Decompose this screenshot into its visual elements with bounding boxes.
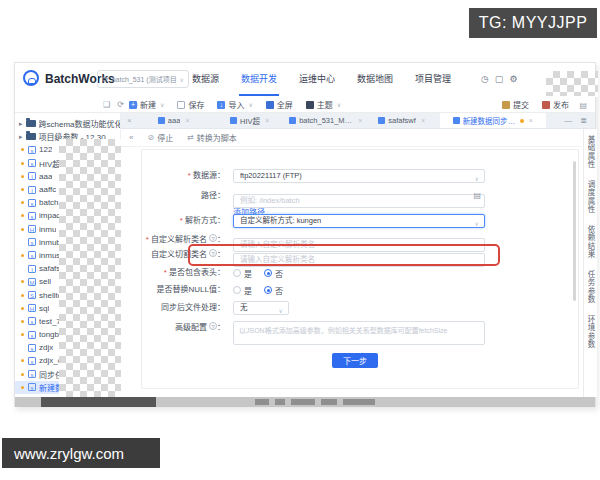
tree-item-label: zdjx [39,343,53,352]
radio-no[interactable]: 否 [264,268,283,279]
right-panel-tab[interactable]: 基础属性 [585,135,596,169]
right-panel-tab[interactable]: 依赖结果 [585,225,596,259]
toolbar-button[interactable]: 全屏 [266,99,293,110]
page-canvas: TG: MYYJJPP www.zrylgw.com BatchWorks ⟳ … [0,0,600,480]
file-type-icon: H [28,225,36,233]
folder-icon [26,120,36,127]
convert-script-button[interactable]: ⇄ 转换为脚本 [187,132,237,143]
modified-dot-icon [21,254,24,257]
minimize-icon[interactable]: — [564,116,572,125]
tab-list-icon[interactable]: ≣ [580,116,587,125]
tree-item[interactable]: ▸ 跨schema数据功能优化 [15,117,120,130]
help-icon[interactable]: ? [209,322,217,330]
stop-label: 停止 [157,132,173,143]
refresh-icon[interactable]: ⟳ [117,100,124,109]
tree-item-label: sell [39,277,51,286]
modified-dot-icon [21,294,24,297]
clock-icon[interactable]: ◷ [481,72,489,86]
toolbar-button[interactable]: 保存 [177,99,204,110]
convert-icon: ⇄ [187,133,194,142]
right-panel-tab[interactable]: 任务参数 [585,270,596,304]
post-file-select[interactable]: 无 ∨ [233,301,289,315]
split-class-input[interactable] [233,253,485,267]
toolbar-button[interactable]: 发布 [542,99,569,110]
toolbar-button[interactable]: 新建 [129,99,164,110]
right-panel-tab[interactable]: 环境参数 [585,315,596,349]
modified-dot-icon [21,386,24,389]
button-icon [542,101,550,109]
datasource-select[interactable]: ftp20221117 (FTP) ∨ [233,169,485,183]
task-icon [289,117,296,124]
package-icon[interactable]: ▢ [495,72,504,86]
tab-label: batch_531_MYS... [299,116,353,125]
select-value: ftp20221117 (FTP) [240,170,302,182]
right-panel-tab[interactable]: 调度属性 [585,180,596,214]
collapse-panel-icon[interactable]: « [129,133,133,142]
toolbar-button[interactable]: 提交 [502,99,529,110]
file-type-icon: s [28,199,36,207]
parse-mode-select[interactable]: 自定义解析方式: kungen ∨ [233,214,485,228]
toolbar-button[interactable]: 主题 [306,99,341,110]
tab-label: safafswf [388,116,416,125]
field-label: 是否包含表头 [121,266,225,280]
os-taskbar [15,397,595,407]
radio-icon [233,286,241,294]
stop-button[interactable]: ⊘ 停止 [147,132,173,143]
file-type-icon: I [28,186,36,194]
nav-item[interactable]: 运维中心 [288,63,346,96]
editor-tab[interactable]: aaa × [136,113,212,128]
close-icon[interactable]: × [121,116,136,125]
field-label: 是否替换NULL值 [121,283,225,297]
editor-tab[interactable]: batch_531_MYS... × [288,113,364,128]
nav-item[interactable]: 数据地图 [346,63,404,96]
chevron-down-icon: ∨ [279,305,283,317]
file-type-icon: s [28,251,36,259]
toolbar-button[interactable]: 导入 [217,99,252,110]
file-type-icon: s [28,212,36,220]
help-icon[interactable]: ? [209,249,217,257]
gear-icon[interactable]: ⚙ [509,72,517,86]
watermark-top: TG: MYYJJPP [469,8,597,38]
radio-no[interactable]: 否 [264,285,283,296]
close-tab-icon[interactable]: × [358,117,362,124]
panel-icon[interactable]: ❏ [103,100,110,109]
task-icon [230,117,237,124]
button-icon [177,101,185,109]
project-selector[interactable]: ⟳ batch_531 (测试项目) ∨ [97,70,189,88]
file-type-icon: s [28,331,36,339]
button-icon [266,101,274,109]
nav-item[interactable]: 数据开发 [230,63,288,96]
advanced-config-textarea[interactable] [233,321,485,345]
close-tab-icon[interactable]: × [421,117,425,124]
field-path: 路径 ▤ [121,189,583,203]
taskbar-window-block [41,397,156,407]
taskbar-icon [275,399,285,405]
tabbar-right-icons: —≣ [564,116,595,125]
vtab-label: 基础属性 [586,135,595,169]
ops-list-icon[interactable]: ▤ [579,101,587,110]
help-icon[interactable]: ? [209,234,217,242]
editor-tab[interactable]: 新建数据同步任务 × [440,113,546,128]
header-icons: ◷▢⚙ [481,72,517,86]
right-panel-tabs: 基础属性 调度属性 依赖结果 任务参数 环境参数 [583,129,597,397]
next-step-button[interactable]: 下一步 [332,353,378,368]
editor-tab[interactable]: HIV超 × [212,113,288,128]
chevron-down-icon: ∨ [475,173,479,185]
field-replace-null: 是否替换NULL值 是 否 [121,283,583,297]
folder-browse-icon[interactable]: ▤ [473,191,481,200]
file-type-icon: M [28,278,36,286]
nav-item[interactable]: 数据源 [181,63,230,96]
editor-tab[interactable]: safafswf × [364,113,440,128]
scrollbar[interactable] [573,161,576,301]
path-input[interactable] [233,194,485,208]
editor-panel: 数据源 ftp20221117 (FTP) ∨ 路径 ▤ 添加路径 解析方式 自… [121,147,583,397]
batchworks-window: BatchWorks ⟳ batch_531 (测试项目) ∨ 数据源 数据开发 [14,62,596,407]
modified-dot-icon [21,307,24,310]
radio-yes[interactable]: 是 [233,285,252,296]
close-tab-icon[interactable]: × [265,117,269,124]
replace-null-radio-group: 是 否 [233,283,485,297]
radio-yes[interactable]: 是 [233,268,252,279]
close-tab-icon[interactable]: × [529,117,533,124]
nav-item[interactable]: 项目管理 [404,63,462,96]
close-tab-icon[interactable]: × [185,117,189,124]
